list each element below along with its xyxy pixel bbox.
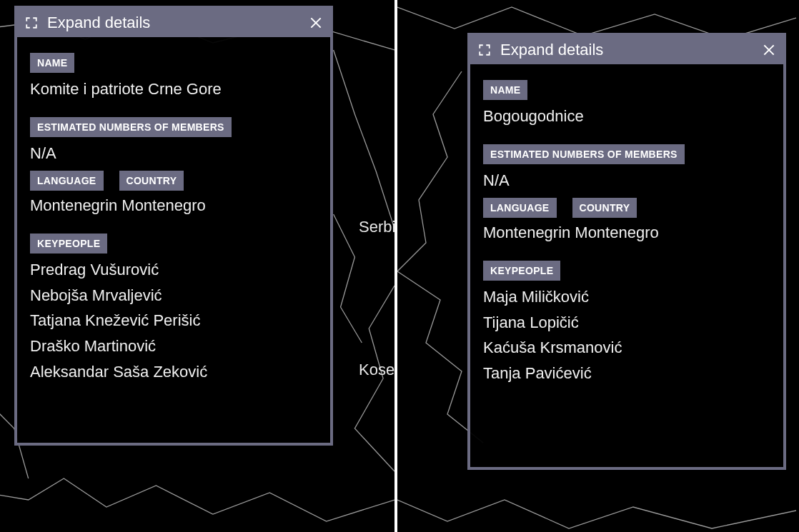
keypeople-item: Aleksandar Saša Zeković [30, 361, 317, 383]
keypeople-list: Maja Miličković Tijana Lopičić Kaćuša Kr… [483, 286, 770, 384]
section-keypeople: KEYPEOPLE Predrag Vušurović Nebojša Mrva… [30, 234, 317, 382]
label-country: COUNTRY [572, 198, 637, 218]
keypeople-item: Tanja Pavićević [483, 363, 770, 384]
section-members: ESTIMATED NUMBERS OF MEMBERS N/A LANGUAG… [483, 144, 770, 244]
label-name: NAME [483, 80, 527, 100]
keypeople-item: Draško Martinović [30, 336, 317, 357]
keypeople-item: Nebojša Mrvaljević [30, 285, 317, 306]
section-name: NAME Bogougodnice [483, 80, 770, 127]
value-members: N/A [30, 143, 317, 164]
label-country: COUNTRY [119, 171, 184, 191]
value-country: Montenegro [121, 195, 205, 216]
label-name: NAME [30, 53, 74, 73]
label-members: ESTIMATED NUMBERS OF MEMBERS [483, 144, 685, 164]
map-pane-right: Expand details NAME Bogougodnice ESTIMAT… [397, 0, 796, 532]
keypeople-list: Predrag Vušurović Nebojša Mrvaljević Tat… [30, 259, 317, 382]
value-name: Komite i patriote Crne Gore [30, 79, 317, 100]
details-panel: Expand details NAME Komite i patriote Cr… [14, 6, 333, 446]
panel-body: NAME Bogougodnice ESTIMATED NUMBERS OF M… [470, 64, 783, 414]
label-members: ESTIMATED NUMBERS OF MEMBERS [30, 117, 232, 137]
label-keypeople: KEYPEOPLE [483, 261, 560, 281]
value-language: Montenegrin [30, 195, 117, 216]
panel-titlebar[interactable]: Expand details [17, 9, 330, 37]
label-keypeople: KEYPEOPLE [30, 234, 107, 254]
value-members: N/A [483, 170, 770, 191]
expand-icon[interactable] [476, 41, 493, 59]
keypeople-item: Maja Miličković [483, 286, 770, 308]
section-members: ESTIMATED NUMBERS OF MEMBERS N/A LANGUAG… [30, 117, 317, 216]
map-pane-left: Serbi Kose Expand details NAME Komite i … [0, 0, 397, 532]
close-icon[interactable] [759, 40, 779, 60]
value-country: Montenegro [575, 222, 658, 244]
panel-title: Expand details [500, 41, 759, 59]
label-language: LANGUAGE [483, 198, 557, 218]
keypeople-item: Predrag Vušurović [30, 259, 317, 281]
panel-title: Expand details [47, 14, 306, 32]
expand-icon[interactable] [23, 14, 40, 31]
label-language: LANGUAGE [30, 171, 104, 191]
panel-titlebar[interactable]: Expand details [470, 36, 783, 64]
keypeople-item: Kaćuša Krsmanović [483, 337, 770, 358]
keypeople-item: Tatjana Knežević Perišić [30, 310, 317, 331]
section-keypeople: KEYPEOPLE Maja Miličković Tijana Lopičić… [483, 261, 770, 384]
section-name: NAME Komite i patriote Crne Gore [30, 53, 317, 100]
keypeople-item: Tijana Lopičić [483, 312, 770, 333]
close-icon[interactable] [306, 13, 326, 33]
value-name: Bogougodnice [483, 106, 770, 127]
details-panel: Expand details NAME Bogougodnice ESTIMAT… [467, 33, 786, 470]
panel-body: NAME Komite i patriote Crne Gore ESTIMAT… [17, 37, 330, 413]
value-language: Montenegrin [483, 222, 570, 244]
